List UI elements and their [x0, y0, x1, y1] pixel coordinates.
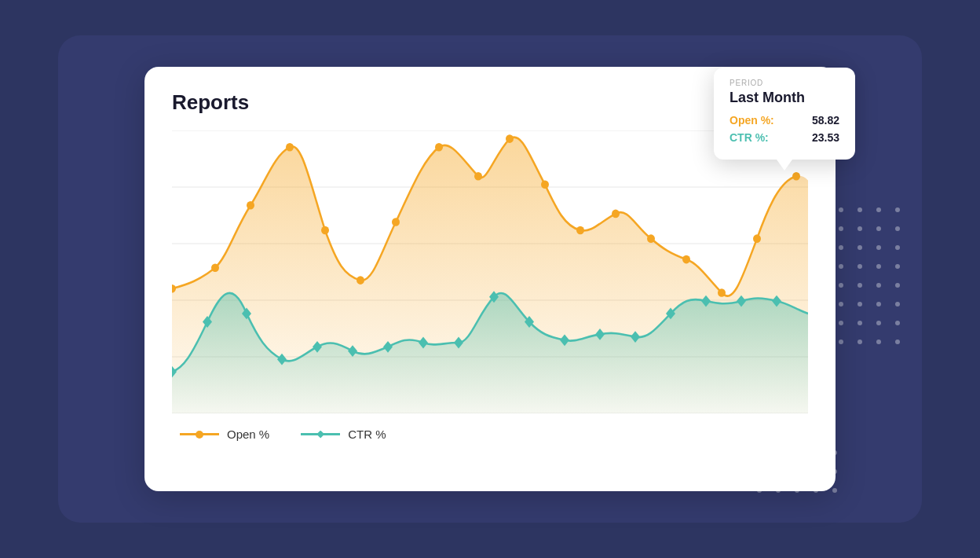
orange-dot — [506, 134, 514, 143]
legend-ctr-label: CTR % — [348, 428, 386, 441]
orange-dot — [612, 210, 620, 218]
tooltip-ctr-value: 23.53 — [812, 131, 839, 144]
orange-dot — [357, 276, 364, 285]
tooltip-open-label: Open %: — [730, 114, 774, 127]
tooltip-ctr-row: CTR %: 23.53 — [730, 131, 839, 144]
tooltip-ctr-label: CTR %: — [730, 131, 769, 144]
outer-frame: Reports PERIOD Last Month Open %: 58.82 … — [58, 35, 922, 523]
card-title: Reports — [172, 90, 808, 115]
tooltip: PERIOD Last Month Open %: 58.82 CTR %: 2… — [714, 68, 855, 160]
legend-ctr-line — [301, 433, 340, 435]
orange-dot — [541, 181, 549, 189]
orange-dot — [718, 288, 726, 297]
tooltip-period-value: Last Month — [730, 90, 839, 106]
orange-dot — [435, 143, 443, 152]
orange-dot — [753, 234, 761, 243]
chart-area: PERIOD Last Month Open %: 58.82 CTR %: 2… — [172, 130, 808, 413]
tooltip-open-value: 58.82 — [812, 114, 839, 127]
tooltip-period-label: PERIOD — [730, 79, 839, 87]
orange-dot — [286, 143, 294, 152]
orange-dot — [247, 201, 254, 210]
legend-open: Open % — [180, 428, 269, 441]
orange-dot — [392, 218, 400, 226]
chart-svg — [172, 130, 808, 413]
legend-ctr: CTR % — [301, 428, 386, 441]
tooltip-open-row: Open %: 58.82 — [730, 114, 839, 127]
orange-dot — [321, 226, 329, 235]
orange-dot — [682, 255, 690, 264]
legend-open-label: Open % — [227, 428, 269, 441]
orange-dot — [474, 172, 482, 181]
orange-dot — [792, 172, 800, 181]
orange-dot — [576, 226, 584, 235]
chart-legend: Open % CTR % — [172, 428, 808, 441]
reports-card: Reports PERIOD Last Month Open %: 58.82 … — [144, 67, 836, 491]
orange-dot — [211, 263, 219, 272]
legend-open-line — [180, 433, 219, 435]
orange-dot — [647, 234, 655, 243]
